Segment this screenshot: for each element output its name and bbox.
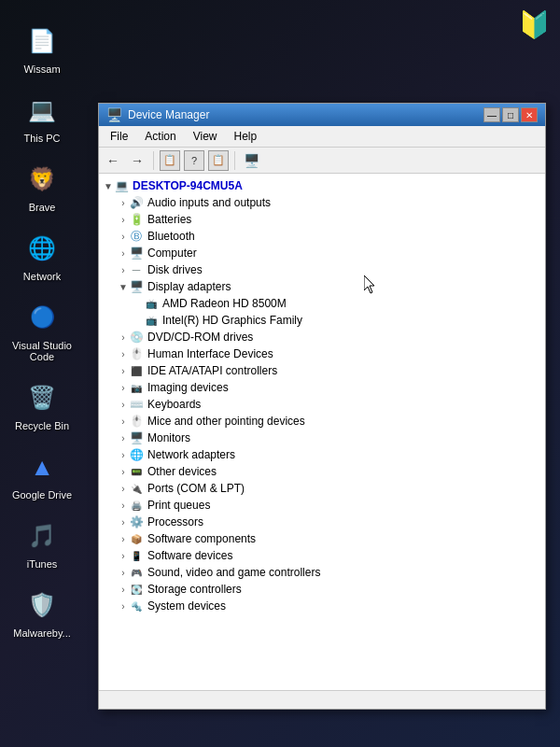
desktop-icon-network[interactable]: 🌐 Network [5,226,79,286]
expand-icon: › [118,585,129,595]
expand-icon: › [118,215,129,225]
hid-label: Human Interface Devices [147,347,273,360]
network-adapter-icon: 🌐 [129,447,144,462]
intel-icon: 📺 [144,313,159,328]
sound-icon: 🎮 [129,565,144,580]
system-icon: 🔩 [129,599,144,613]
amd-label: AMD Radeon HD 8500M [162,297,287,310]
toolbar-separator-2 [234,151,235,170]
monitor-button[interactable]: 🖥️ [241,150,261,171]
back-button[interactable]: ← [103,150,123,171]
properties-button[interactable]: 📋 [160,150,180,171]
desktop-icon-thispc[interactable]: 💻 This PC [5,88,79,148]
tree-node-mice[interactable]: › 🖱️ Mice and other pointing devices [99,413,545,430]
expand-icon: › [118,248,129,259]
monitor-icon: 🖥️ [129,430,144,445]
itunes-icon: 🎵 [23,517,61,555]
other-icon: 📟 [129,464,144,479]
tree-node-root[interactable]: ▼ 💻 DESKTOP-94CMU5A [99,177,545,194]
tree-node-audio[interactable]: › 🔊 Audio inputs and outputs [99,194,545,211]
malwarebytes-icon: 🛡️ [23,586,61,624]
recycle-icon: 🗑️ [23,379,61,416]
desktop-icon-wissam[interactable]: 📄 Wissam [5,19,79,78]
desktop-icon-vscode[interactable]: 🔵 Visual Studio Code [5,295,79,366]
update-button[interactable]: 📋 [208,150,229,171]
maximize-button[interactable]: □ [502,107,519,122]
sound-label: Sound, video and game controllers [147,566,320,579]
expand-icon: › [118,467,129,477]
title-bar: 🖥️ Device Manager — □ ✕ [99,104,545,126]
menu-file[interactable]: File [103,128,135,145]
close-button[interactable]: ✕ [521,107,538,122]
monitors-label: Monitors [147,431,190,444]
tree-node-sound[interactable]: › 🎮 Sound, video and game controllers [99,564,545,581]
computer-icon: 💻 [114,178,129,193]
desktop-icon-brave[interactable]: 🦁 Brave [5,157,79,217]
tree-node-software-components[interactable]: › 📦 Software components [99,530,545,547]
audio-label: Audio inputs and outputs [147,196,271,209]
expand-icon: › [118,332,129,343]
ports-label: Ports (COM & LPT) [147,482,245,495]
desktop-icon-itunes[interactable]: 🎵 iTunes [5,514,79,573]
brave-label: Brave [29,202,56,213]
expand-icon: › [118,450,129,460]
desktop-icon-gdrive[interactable]: ▲ Google Drive [5,444,79,504]
tree-node-software-devices[interactable]: › 📱 Software devices [99,547,545,564]
brave-icon: 🦁 [23,161,61,198]
tree-node-batteries[interactable]: › 🔋 Batteries [99,211,545,228]
tree-node-network[interactable]: › 🌐 Network adapters [99,446,545,463]
dvd-label: DVD/CD-ROM drives [147,331,253,344]
tree-node-storage[interactable]: › 💽 Storage controllers [99,581,545,598]
tree-node-display[interactable]: ▼ 🖥️ Display adapters [99,278,545,295]
tree-node-amd[interactable]: 📺 AMD Radeon HD 8500M [99,295,545,312]
tree-node-system[interactable]: › 🔩 System devices [99,598,545,614]
other-label: Other devices [147,465,217,478]
expand-icon: › [118,433,129,444]
network-icon: 🌐 [23,230,61,267]
tree-node-keyboards[interactable]: › ⌨️ Keyboards [99,396,545,413]
tree-node-print[interactable]: › 🖨️ Print queues [99,497,545,514]
tree-node-ports[interactable]: › 🔌 Ports (COM & LPT) [99,480,545,497]
tree-node-bluetooth[interactable]: › Ⓑ Bluetooth [99,228,545,245]
menu-view[interactable]: View [186,128,225,145]
display-label: Display adapters [147,280,231,293]
root-label: DESKTOP-94CMU5A [133,179,243,192]
processors-label: Processors [147,515,203,529]
window-controls: — □ ✕ [483,107,538,122]
tree-node-ide[interactable]: › ⬛ IDE ATA/ATAPI controllers [99,362,545,379]
print-label: Print queues [147,499,210,512]
tree-node-intel[interactable]: 📺 Intel(R) HD Graphics Family [99,312,545,329]
wissam-icon: 📄 [23,22,61,60]
minimize-button[interactable]: — [483,107,500,122]
expand-icon: ▼ [103,181,114,191]
avast-icon: 🔰 [518,9,551,40]
desktop-icon-malwarebytes[interactable]: 🛡️ Malwareby... [5,583,79,642]
menu-action[interactable]: Action [137,128,183,145]
menu-help[interactable]: Help [227,128,265,145]
computer-icon: 🖥️ [129,246,144,261]
expand-icon: › [118,551,129,561]
tree-node-processors[interactable]: › ⚙️ Processors [99,514,545,530]
device-tree[interactable]: ▼ 💻 DESKTOP-94CMU5A › 🔊 Audio inputs and… [99,174,545,690]
imaging-icon: 📷 [129,380,144,395]
tree-node-hid[interactable]: › 🖱️ Human Interface Devices [99,345,545,362]
tree-node-monitors[interactable]: › 🖥️ Monitors [99,430,545,446]
battery-icon: 🔋 [129,212,144,227]
desktop-icon-recycle[interactable]: 🗑️ Recycle Bin [5,375,79,435]
processor-icon: ⚙️ [129,514,144,529]
tree-node-dvd[interactable]: › 💿 DVD/CD-ROM drives [99,329,545,345]
malwarebytes-label: Malwareby... [13,627,71,639]
help-button[interactable]: ? [184,150,204,171]
network-label: Network adapters [147,448,235,461]
tree-node-imaging[interactable]: › 📷 Imaging devices [99,379,545,396]
tree-node-other[interactable]: › 📟 Other devices [99,463,545,480]
expand-icon: › [118,383,129,393]
bluetooth-icon: Ⓑ [129,229,144,244]
desktop: 🔰 📄 Wissam 💻 This PC 🦁 Brave 🌐 Network 🔵… [0,0,560,747]
hid-icon: 🖱️ [129,346,144,361]
expand-icon: › [118,416,129,427]
tree-node-disk[interactable]: › ─ Disk drives [99,261,545,278]
forward-button[interactable]: → [127,150,147,171]
ide-label: IDE ATA/ATAPI controllers [147,364,277,377]
tree-node-computer[interactable]: › 🖥️ Computer [99,245,545,261]
